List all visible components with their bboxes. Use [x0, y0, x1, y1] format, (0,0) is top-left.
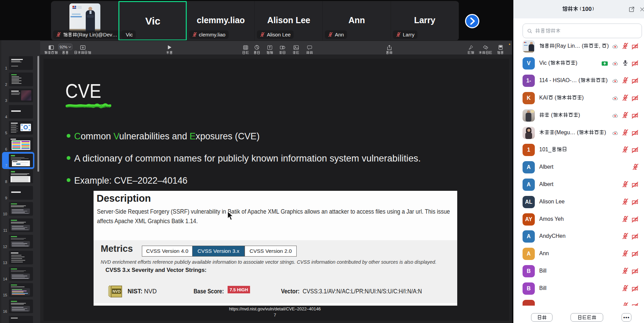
svg-text:NVD: NVD [113, 289, 120, 293]
